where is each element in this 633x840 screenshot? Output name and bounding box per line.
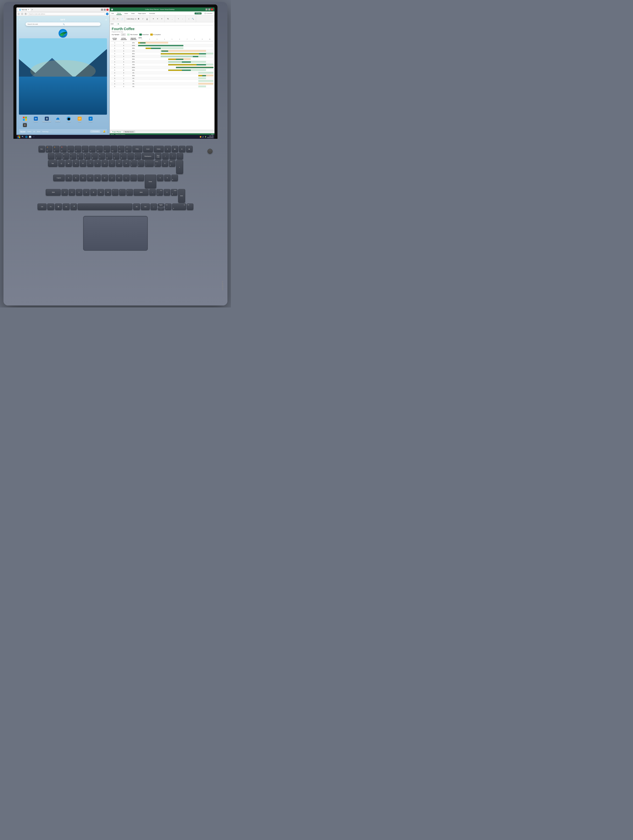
close-bracket-key[interactable]: }] [138, 160, 144, 167]
f5-key[interactable]: F5 [74, 146, 81, 152]
f2-key[interactable]: 🔆F2 [53, 146, 60, 152]
num-plus-key[interactable]: + [176, 160, 183, 174]
back-button[interactable]: ← [17, 13, 20, 15]
w-key[interactable]: W [65, 160, 72, 167]
touchpad[interactable] [83, 216, 148, 251]
browser-tab[interactable]: 🌐 New tab ✕ [17, 8, 31, 11]
7-key[interactable]: &7 [98, 153, 105, 159]
h-key[interactable]: H [101, 175, 108, 181]
cut-button[interactable]: ✂ [116, 17, 120, 21]
search-icon[interactable]: 🔍 [63, 24, 98, 25]
8-key[interactable]: *8 [106, 153, 112, 159]
up-arrow-key[interactable]: ↑ [149, 189, 156, 196]
politics-nav[interactable]: Politics [27, 131, 32, 132]
num-9-key[interactable]: PgUp9 [169, 160, 176, 167]
refresh-button[interactable]: ↻ [24, 13, 27, 15]
3-key[interactable]: #3 [70, 153, 76, 159]
num-6-key[interactable]: ·6 [171, 175, 178, 181]
esc-key[interactable]: Esc [39, 146, 45, 152]
deals-icon[interactable]: 🏷 Deals [74, 117, 85, 122]
comments-button[interactable]: 💬 Comments [204, 13, 214, 14]
comma-button[interactable]: , [170, 17, 174, 21]
num-del-key[interactable]: Del [187, 204, 193, 210]
backspace-key[interactable]: Backspace [142, 153, 154, 159]
taskbar-excel-icon[interactable]: 📊 [28, 135, 32, 138]
5-key[interactable]: %5 [84, 153, 90, 159]
taskbar-teams-icon[interactable]: T [32, 135, 35, 138]
2-key[interactable]: @2 [62, 153, 69, 159]
onedrive-icon[interactable]: OneDrive [53, 117, 63, 122]
apps-grid-icon[interactable]: ⠿ [19, 19, 21, 21]
align-right-button[interactable]: ≡ [160, 17, 164, 21]
left-ctrl-key[interactable]: Ctrl [38, 204, 46, 210]
windows-start-icon[interactable] [17, 135, 21, 138]
numlock-key[interactable]: NumLock [155, 153, 161, 159]
c-key[interactable]: C [76, 189, 82, 196]
right-ctrl-key[interactable]: Ctrl [141, 204, 150, 210]
delete-cells-button[interactable]: - [180, 17, 185, 21]
close-button[interactable]: ✕ [106, 9, 109, 11]
left-arrow-key[interactable]: ← [150, 204, 157, 210]
num-enter-key[interactable]: Enter [178, 189, 185, 203]
enter-key[interactable]: Enter [145, 175, 156, 188]
m-key[interactable]: M [105, 189, 111, 196]
9-key[interactable]: (9 [113, 153, 119, 159]
copy-button[interactable]: 📄 [120, 17, 124, 21]
k-key[interactable]: K [116, 175, 122, 181]
menu-formulas[interactable]: Formulas [149, 12, 156, 15]
4-key[interactable]: $4 [77, 153, 83, 159]
menu-file[interactable]: File [111, 12, 114, 15]
1-key[interactable]: !1 [55, 153, 62, 159]
u-key[interactable]: U [101, 160, 108, 167]
num-0-key[interactable]: Ins0 [172, 204, 186, 210]
semicolon-key[interactable]: :; [130, 175, 137, 181]
x-key[interactable]: X [69, 189, 75, 196]
linkedin-icon[interactable]: in LinkedIn [31, 117, 41, 122]
a-key[interactable]: A [65, 175, 72, 181]
d-key[interactable]: D [80, 175, 86, 181]
quote-key[interactable]: "' [138, 175, 144, 181]
sort-button[interactable]: ↕ [187, 17, 191, 21]
world-nav[interactable]: World [37, 131, 40, 132]
more-nav[interactable]: ... [51, 131, 52, 132]
menu-draw[interactable]: Draw [131, 12, 135, 15]
nt-search-bar[interactable]: Search the web 🔍 [25, 22, 101, 26]
f9-key[interactable]: F9 [103, 146, 110, 152]
pgdn-key[interactable]: PgDn [158, 204, 164, 207]
cell-reference[interactable]: D10 [111, 23, 117, 25]
italic-button[interactable]: I [141, 17, 145, 21]
add-app-icon[interactable]: + [20, 123, 30, 127]
num-4-key[interactable]: 4 [157, 175, 163, 181]
address-bar[interactable]: Search or enter web address [28, 13, 105, 15]
equals-key[interactable]: += [135, 153, 141, 159]
f7-key[interactable]: F7 [89, 146, 95, 152]
num-2-key[interactable]: 2 [164, 189, 170, 196]
f1-key[interactable]: 🔅F1 [46, 146, 52, 152]
tab-close-icon[interactable]: ✕ [28, 9, 29, 11]
f4-key[interactable]: F4 [67, 146, 74, 152]
j-key[interactable]: J [109, 175, 115, 181]
taskbar-edge-icon[interactable]: 🌐 [25, 135, 28, 138]
y-key[interactable]: Y [94, 160, 101, 167]
v-key[interactable]: V [83, 189, 90, 196]
bold-button[interactable]: B [137, 17, 141, 21]
menu-page-layout[interactable]: Page Layout [137, 12, 147, 15]
spacebar-key[interactable] [78, 204, 132, 210]
forward-button[interactable]: → [21, 13, 24, 15]
paste-button[interactable]: 📋 [111, 17, 116, 21]
technology-nav[interactable]: Technology [42, 131, 49, 132]
tab-key[interactable]: Tab [48, 160, 57, 167]
capslock-key[interactable]: CapsLk [53, 175, 65, 181]
align-center-button[interactable]: ≡ [155, 17, 160, 21]
f6-key[interactable]: F6 [82, 146, 88, 152]
e-key[interactable]: E [73, 160, 79, 167]
backslash-key[interactable]: |\ [145, 160, 154, 167]
excel-close[interactable]: ✕ [211, 8, 213, 11]
profile-button[interactable]: M [106, 13, 109, 15]
f-key[interactable]: F [87, 175, 93, 181]
insert-cells-button[interactable]: + [176, 17, 180, 21]
notifications-icon[interactable]: 🔔 [103, 130, 106, 133]
6-key[interactable]: ^6 [91, 153, 98, 159]
l-key[interactable]: L [123, 175, 130, 181]
minimize-button[interactable]: ─ [101, 9, 103, 11]
